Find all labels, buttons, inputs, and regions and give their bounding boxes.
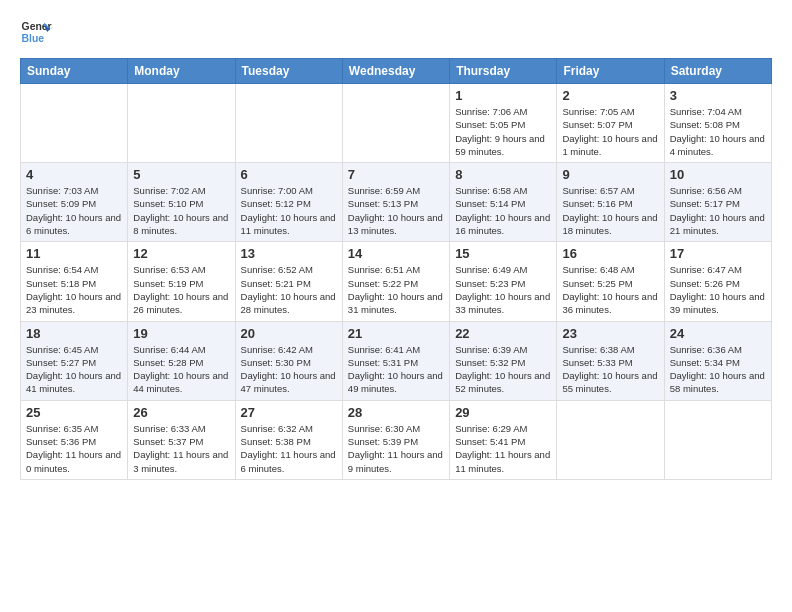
day-info: Sunrise: 6:41 AM Sunset: 5:31 PM Dayligh… <box>348 343 444 396</box>
day-info: Sunrise: 6:51 AM Sunset: 5:22 PM Dayligh… <box>348 263 444 316</box>
calendar-cell <box>342 84 449 163</box>
day-info: Sunrise: 6:54 AM Sunset: 5:18 PM Dayligh… <box>26 263 122 316</box>
weekday-header: Sunday <box>21 59 128 84</box>
calendar-cell: 24Sunrise: 6:36 AM Sunset: 5:34 PM Dayli… <box>664 321 771 400</box>
day-number: 27 <box>241 405 337 420</box>
day-info: Sunrise: 6:49 AM Sunset: 5:23 PM Dayligh… <box>455 263 551 316</box>
calendar-week-row: 25Sunrise: 6:35 AM Sunset: 5:36 PM Dayli… <box>21 400 772 479</box>
day-number: 9 <box>562 167 658 182</box>
weekday-header: Friday <box>557 59 664 84</box>
weekday-header: Saturday <box>664 59 771 84</box>
calendar-cell: 22Sunrise: 6:39 AM Sunset: 5:32 PM Dayli… <box>450 321 557 400</box>
day-number: 4 <box>26 167 122 182</box>
weekday-header: Thursday <box>450 59 557 84</box>
day-number: 19 <box>133 326 229 341</box>
day-number: 15 <box>455 246 551 261</box>
calendar-cell: 17Sunrise: 6:47 AM Sunset: 5:26 PM Dayli… <box>664 242 771 321</box>
calendar-cell: 20Sunrise: 6:42 AM Sunset: 5:30 PM Dayli… <box>235 321 342 400</box>
calendar-cell: 18Sunrise: 6:45 AM Sunset: 5:27 PM Dayli… <box>21 321 128 400</box>
logo-icon: General Blue <box>20 16 52 48</box>
calendar-week-row: 1Sunrise: 7:06 AM Sunset: 5:05 PM Daylig… <box>21 84 772 163</box>
day-info: Sunrise: 6:52 AM Sunset: 5:21 PM Dayligh… <box>241 263 337 316</box>
calendar-week-row: 18Sunrise: 6:45 AM Sunset: 5:27 PM Dayli… <box>21 321 772 400</box>
calendar-cell: 5Sunrise: 7:02 AM Sunset: 5:10 PM Daylig… <box>128 163 235 242</box>
day-info: Sunrise: 6:35 AM Sunset: 5:36 PM Dayligh… <box>26 422 122 475</box>
day-number: 10 <box>670 167 766 182</box>
day-number: 21 <box>348 326 444 341</box>
day-number: 13 <box>241 246 337 261</box>
calendar-cell: 13Sunrise: 6:52 AM Sunset: 5:21 PM Dayli… <box>235 242 342 321</box>
calendar-cell <box>128 84 235 163</box>
day-info: Sunrise: 6:47 AM Sunset: 5:26 PM Dayligh… <box>670 263 766 316</box>
day-number: 26 <box>133 405 229 420</box>
day-info: Sunrise: 7:00 AM Sunset: 5:12 PM Dayligh… <box>241 184 337 237</box>
weekday-header: Monday <box>128 59 235 84</box>
day-number: 24 <box>670 326 766 341</box>
day-number: 18 <box>26 326 122 341</box>
day-number: 5 <box>133 167 229 182</box>
day-info: Sunrise: 6:42 AM Sunset: 5:30 PM Dayligh… <box>241 343 337 396</box>
calendar-table: SundayMondayTuesdayWednesdayThursdayFrid… <box>20 58 772 480</box>
day-info: Sunrise: 6:33 AM Sunset: 5:37 PM Dayligh… <box>133 422 229 475</box>
day-number: 12 <box>133 246 229 261</box>
day-info: Sunrise: 6:58 AM Sunset: 5:14 PM Dayligh… <box>455 184 551 237</box>
calendar-cell: 11Sunrise: 6:54 AM Sunset: 5:18 PM Dayli… <box>21 242 128 321</box>
calendar-cell: 2Sunrise: 7:05 AM Sunset: 5:07 PM Daylig… <box>557 84 664 163</box>
day-number: 14 <box>348 246 444 261</box>
day-info: Sunrise: 7:02 AM Sunset: 5:10 PM Dayligh… <box>133 184 229 237</box>
calendar-cell: 19Sunrise: 6:44 AM Sunset: 5:28 PM Dayli… <box>128 321 235 400</box>
day-number: 23 <box>562 326 658 341</box>
day-info: Sunrise: 6:59 AM Sunset: 5:13 PM Dayligh… <box>348 184 444 237</box>
calendar-cell: 14Sunrise: 6:51 AM Sunset: 5:22 PM Dayli… <box>342 242 449 321</box>
day-number: 22 <box>455 326 551 341</box>
calendar-cell <box>557 400 664 479</box>
day-info: Sunrise: 6:57 AM Sunset: 5:16 PM Dayligh… <box>562 184 658 237</box>
calendar-cell: 16Sunrise: 6:48 AM Sunset: 5:25 PM Dayli… <box>557 242 664 321</box>
calendar-cell: 27Sunrise: 6:32 AM Sunset: 5:38 PM Dayli… <box>235 400 342 479</box>
day-info: Sunrise: 6:38 AM Sunset: 5:33 PM Dayligh… <box>562 343 658 396</box>
logo: General Blue <box>20 16 52 48</box>
calendar-cell: 26Sunrise: 6:33 AM Sunset: 5:37 PM Dayli… <box>128 400 235 479</box>
day-number: 11 <box>26 246 122 261</box>
day-number: 1 <box>455 88 551 103</box>
day-number: 20 <box>241 326 337 341</box>
day-number: 28 <box>348 405 444 420</box>
calendar-cell: 6Sunrise: 7:00 AM Sunset: 5:12 PM Daylig… <box>235 163 342 242</box>
calendar-cell: 12Sunrise: 6:53 AM Sunset: 5:19 PM Dayli… <box>128 242 235 321</box>
day-info: Sunrise: 6:30 AM Sunset: 5:39 PM Dayligh… <box>348 422 444 475</box>
calendar-header-row: SundayMondayTuesdayWednesdayThursdayFrid… <box>21 59 772 84</box>
day-number: 6 <box>241 167 337 182</box>
day-info: Sunrise: 7:04 AM Sunset: 5:08 PM Dayligh… <box>670 105 766 158</box>
day-number: 7 <box>348 167 444 182</box>
calendar-cell <box>235 84 342 163</box>
day-info: Sunrise: 6:44 AM Sunset: 5:28 PM Dayligh… <box>133 343 229 396</box>
calendar-cell: 3Sunrise: 7:04 AM Sunset: 5:08 PM Daylig… <box>664 84 771 163</box>
day-info: Sunrise: 7:06 AM Sunset: 5:05 PM Dayligh… <box>455 105 551 158</box>
weekday-header: Wednesday <box>342 59 449 84</box>
day-number: 29 <box>455 405 551 420</box>
calendar-week-row: 11Sunrise: 6:54 AM Sunset: 5:18 PM Dayli… <box>21 242 772 321</box>
calendar-cell: 25Sunrise: 6:35 AM Sunset: 5:36 PM Dayli… <box>21 400 128 479</box>
calendar-cell: 10Sunrise: 6:56 AM Sunset: 5:17 PM Dayli… <box>664 163 771 242</box>
day-info: Sunrise: 6:48 AM Sunset: 5:25 PM Dayligh… <box>562 263 658 316</box>
calendar-cell: 21Sunrise: 6:41 AM Sunset: 5:31 PM Dayli… <box>342 321 449 400</box>
calendar-cell: 15Sunrise: 6:49 AM Sunset: 5:23 PM Dayli… <box>450 242 557 321</box>
day-number: 8 <box>455 167 551 182</box>
calendar-cell: 9Sunrise: 6:57 AM Sunset: 5:16 PM Daylig… <box>557 163 664 242</box>
day-info: Sunrise: 7:03 AM Sunset: 5:09 PM Dayligh… <box>26 184 122 237</box>
calendar-cell: 8Sunrise: 6:58 AM Sunset: 5:14 PM Daylig… <box>450 163 557 242</box>
day-number: 16 <box>562 246 658 261</box>
calendar-cell: 4Sunrise: 7:03 AM Sunset: 5:09 PM Daylig… <box>21 163 128 242</box>
calendar-cell: 23Sunrise: 6:38 AM Sunset: 5:33 PM Dayli… <box>557 321 664 400</box>
page-header: General Blue <box>20 16 772 48</box>
day-info: Sunrise: 6:45 AM Sunset: 5:27 PM Dayligh… <box>26 343 122 396</box>
day-number: 2 <box>562 88 658 103</box>
calendar-cell: 1Sunrise: 7:06 AM Sunset: 5:05 PM Daylig… <box>450 84 557 163</box>
day-info: Sunrise: 6:56 AM Sunset: 5:17 PM Dayligh… <box>670 184 766 237</box>
day-info: Sunrise: 7:05 AM Sunset: 5:07 PM Dayligh… <box>562 105 658 158</box>
calendar-cell: 28Sunrise: 6:30 AM Sunset: 5:39 PM Dayli… <box>342 400 449 479</box>
svg-text:Blue: Blue <box>22 33 45 44</box>
day-info: Sunrise: 6:36 AM Sunset: 5:34 PM Dayligh… <box>670 343 766 396</box>
calendar-cell <box>21 84 128 163</box>
day-info: Sunrise: 6:39 AM Sunset: 5:32 PM Dayligh… <box>455 343 551 396</box>
